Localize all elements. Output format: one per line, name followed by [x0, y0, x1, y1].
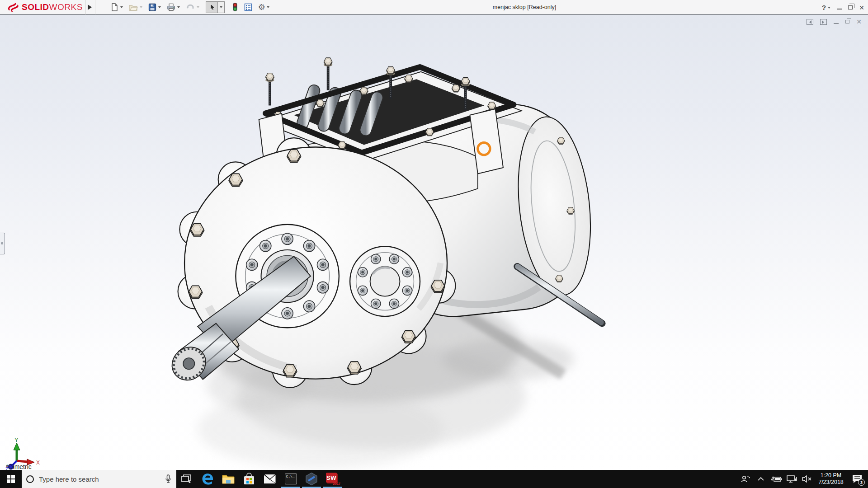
sw-icon-text: SW [326, 474, 336, 481]
new-document-button[interactable] [108, 1, 125, 13]
solidworks-app-icon: SW 2017 [326, 473, 339, 485]
people-button[interactable] [740, 470, 751, 488]
store-icon [243, 473, 255, 485]
gearbox-model[interactable] [0, 15, 868, 470]
graphics-viewport[interactable]: ✕ Y X Z *Dimetric [0, 15, 868, 470]
select-arrow-icon [208, 3, 216, 12]
rebuild-traffic-light-icon [232, 2, 238, 12]
network-button[interactable] [786, 470, 797, 488]
start-button[interactable] [0, 470, 22, 488]
hexagon-app-icon [305, 472, 318, 486]
help-dropdown-caret[interactable] [828, 7, 830, 10]
file-explorer-button[interactable] [218, 470, 239, 488]
hexagon-app-button[interactable] [301, 470, 322, 488]
volume-button[interactable] [801, 470, 813, 488]
view-orientation-label: *Dimetric [6, 463, 32, 470]
windows-logo-icon [7, 475, 15, 483]
taskbar-search[interactable] [22, 470, 176, 488]
doc-minimize-icon [834, 23, 839, 24]
print-icon [166, 3, 176, 12]
clock-time: 1:20 PM [817, 472, 844, 479]
document-window-controls: ✕ [807, 18, 862, 26]
model-second-flange[interactable] [350, 246, 420, 316]
select-tool-button[interactable] [206, 1, 218, 13]
mail-button[interactable] [259, 470, 280, 488]
flyout-arrow-icon [88, 5, 94, 10]
save-dropdown-caret[interactable] [158, 6, 161, 9]
action-center-button[interactable]: 3 [849, 470, 865, 488]
windows-taskbar: C:\_ SW 2017 [0, 470, 868, 488]
doc-minimize-button[interactable] [834, 19, 839, 24]
sw-icon-year: 2017 [333, 482, 340, 486]
print-button[interactable] [165, 1, 182, 13]
open-dropdown-caret [140, 6, 142, 9]
display-properties-button[interactable] [242, 1, 255, 13]
doc-restore-icon [845, 20, 849, 23]
edge-button[interactable] [197, 470, 218, 488]
volume-muted-icon [802, 475, 812, 483]
open-icon [128, 3, 138, 12]
solidworks-app-button[interactable]: SW 2017 [322, 470, 343, 488]
task-view-icon [181, 474, 192, 484]
rebuild-button[interactable] [230, 1, 240, 13]
undo-dropdown-caret [197, 6, 199, 9]
file-explorer-icon [222, 474, 235, 484]
feature-tree-collapsed-tab[interactable] [0, 233, 5, 254]
pane-toggle-right-button[interactable] [820, 19, 827, 25]
undo-button [184, 1, 201, 13]
restore-button[interactable] [848, 5, 853, 9]
tab-handle-dot [1, 242, 3, 244]
show-hidden-icons-button[interactable] [755, 470, 767, 488]
store-button[interactable] [239, 470, 259, 488]
title-bar: SOLIDWORKS [0, 0, 868, 15]
triad-x-label: X [36, 460, 40, 466]
minimize-icon [837, 9, 842, 9]
cortana-icon [26, 475, 34, 483]
save-button[interactable] [146, 1, 163, 13]
pane-arrow-left-icon [807, 20, 811, 24]
close-icon: ✕ [859, 4, 864, 11]
doc-close-button[interactable]: ✕ [856, 18, 862, 26]
taskbar-clock[interactable]: 1:20 PM 7/23/2018 [816, 472, 845, 486]
solidworks-logo: SOLIDWORKS [6, 0, 83, 14]
solidworks-logo-icon [6, 2, 20, 13]
options-dropdown-caret[interactable] [267, 6, 269, 9]
doc-restore-button[interactable] [845, 20, 849, 23]
new-document-icon [110, 3, 119, 12]
open-button[interactable] [127, 1, 144, 13]
minimize-button[interactable] [837, 6, 842, 9]
task-view-button[interactable] [176, 470, 197, 488]
command-prompt-button[interactable]: C:\_ [280, 470, 301, 488]
brand-light: WORKS [49, 2, 83, 12]
display-properties-icon [244, 3, 253, 12]
microphone-icon[interactable] [165, 474, 172, 483]
help-icon: ? [822, 4, 826, 11]
titlebar-controls: ? ✕ [822, 0, 864, 15]
close-button[interactable]: ✕ [859, 4, 864, 12]
pane-toggle-left-button[interactable] [807, 19, 813, 25]
restore-icon [848, 5, 853, 9]
save-icon [148, 3, 157, 12]
mail-icon [264, 474, 276, 484]
select-dropdown-caret[interactable] [218, 1, 225, 13]
doc-close-icon: ✕ [856, 18, 862, 25]
battery-button[interactable] [770, 470, 782, 488]
pane-arrow-right-icon [822, 20, 826, 24]
notification-badge: 3 [858, 479, 865, 486]
options-button[interactable]: ⚙ [256, 2, 271, 13]
system-tray: 1:20 PM 7/23/2018 3 [740, 470, 868, 488]
command-prompt-icon: C:\_ [285, 474, 297, 484]
people-icon [741, 474, 750, 483]
options-gear-icon: ⚙ [258, 3, 265, 11]
cmd-prompt-text: C:\_ [286, 474, 295, 479]
search-input[interactable] [39, 475, 160, 483]
battery-icon [770, 475, 782, 483]
clock-date: 7/23/2018 [817, 479, 844, 486]
new-dropdown-caret[interactable] [120, 6, 123, 9]
print-dropdown-caret[interactable] [177, 6, 180, 9]
edge-icon [201, 473, 214, 485]
help-button[interactable]: ? [822, 4, 830, 11]
toolbar-flyout-button[interactable] [85, 0, 95, 14]
network-icon [786, 475, 797, 483]
undo-icon [185, 3, 195, 12]
